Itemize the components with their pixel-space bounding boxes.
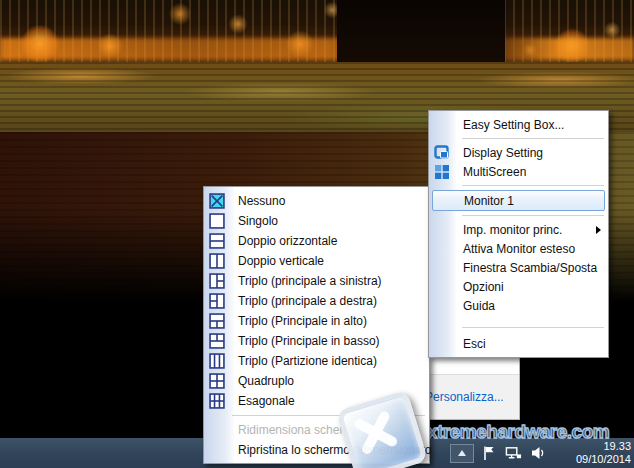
menu-item-label: Singolo [238, 214, 278, 228]
menu-item-label: MultiScreen [463, 165, 526, 179]
menu-item-label: Triplo (Principale in alto) [238, 314, 367, 328]
chevron-up-icon [458, 450, 466, 456]
layout-triple-main-right-icon [209, 293, 225, 309]
layout-none-icon [209, 193, 225, 209]
menu-item-attiva-monitor-esteso[interactable]: Attiva Monitor esteso [429, 239, 608, 258]
clock-date: 09/10/2014 [553, 453, 631, 466]
menu-item-triplo-principale-a-destra[interactable]: Triplo (principale a destra) [204, 291, 429, 311]
wallpaper-light-band [0, 38, 634, 60]
easy-setting-box-tray-menu: Easy Setting Box...Display SettingMultiS… [428, 110, 609, 358]
layout-triple-main-top-icon [209, 313, 225, 329]
layout-triple-main-left-icon [209, 273, 225, 289]
menu-item-label: Esagonale [238, 394, 295, 408]
show-hidden-icons-button[interactable] [450, 444, 474, 463]
menu-item-label: Esci [463, 337, 486, 351]
watermark-text: xtremehardware.com [427, 421, 609, 443]
menu-item-nessuno[interactable]: Nessuno [204, 191, 429, 211]
menu-separator [462, 138, 604, 139]
menu-item-easy-setting-box[interactable]: Easy Setting Box... [429, 115, 608, 134]
tray-overflow-footer: Personalizza... [422, 374, 519, 419]
submenu-arrow-icon [596, 226, 601, 234]
menu-item-finestra-scambia-sposta[interactable]: Finestra Scambia/Sposta [429, 258, 608, 277]
menu-item-singolo[interactable]: Singolo [204, 211, 429, 231]
menu-item-label: Triplo (Principale in basso) [238, 334, 380, 348]
menu-item-label: Monitor 1 [464, 194, 514, 208]
menu-item-label: Guida [463, 299, 495, 313]
network-icon[interactable] [505, 445, 522, 462]
display-setting-icon [434, 145, 450, 161]
desktop: Personalizza... NessunoSingoloDoppio ori… [0, 0, 634, 468]
layout-double-horizontal-icon [209, 233, 225, 249]
menu-item-display-setting[interactable]: Display Setting [429, 143, 608, 162]
menu-item-label: Easy Setting Box... [463, 118, 564, 132]
menu-item-esci[interactable]: Esci [429, 334, 608, 353]
menu-item-label: Triplo (Partizione identica) [238, 354, 377, 368]
menu-item-label: Nessuno [238, 194, 285, 208]
menu-item-label: Doppio orizzontale [238, 234, 337, 248]
menu-item-doppio-orizzontale[interactable]: Doppio orizzontale [204, 231, 429, 251]
menu-item-label: Display Setting [463, 146, 543, 160]
menu-item-label: Doppio verticale [238, 254, 324, 268]
layout-quad-icon [209, 373, 225, 389]
layout-triple-main-bottom-icon [209, 333, 225, 349]
layout-double-vertical-icon [209, 253, 225, 269]
menu-item-triplo-partizione-identica[interactable]: Triplo (Partizione identica) [204, 351, 429, 371]
layout-single-icon [209, 213, 225, 229]
menu-item-multiscreen[interactable]: MultiScreen [429, 162, 608, 181]
menu-item-imp-monitor-princ[interactable]: Imp. monitor princ. [429, 220, 608, 239]
menu-item-label: Imp. monitor princ. [463, 223, 562, 237]
menu-item-label: Attiva Monitor esteso [463, 242, 575, 256]
menu-separator [462, 215, 604, 216]
menu-item-label: Triplo (principale a sinistra) [238, 274, 382, 288]
menu-separator [462, 185, 604, 186]
menu-item-triplo-principale-in-basso[interactable]: Triplo (Principale in basso) [204, 331, 429, 351]
menu-item-opzioni[interactable]: Opzioni [429, 277, 608, 296]
menu-item-quadruplo[interactable]: Quadruplo [204, 371, 429, 391]
taskbar-clock[interactable]: 19.33 09/10/2014 [553, 440, 631, 466]
volume-icon[interactable] [529, 445, 546, 462]
menu-item-label: Triplo (principale a destra) [238, 294, 377, 308]
layout-hex-icon [209, 393, 225, 409]
menu-item-label: Quadruplo [238, 374, 294, 388]
menu-separator [462, 327, 604, 328]
personalizza-link[interactable]: Personalizza... [422, 390, 504, 404]
multiscreen-icon [434, 164, 450, 180]
menu-item-monitor-1[interactable]: Monitor 1 [432, 190, 605, 211]
menu-item-triplo-principale-a-sinistra[interactable]: Triplo (principale a sinistra) [204, 271, 429, 291]
menu-item-guida[interactable]: Guida [429, 296, 608, 315]
layout-triple-equal-icon [209, 353, 225, 369]
menu-item-triplo-principale-in-alto[interactable]: Triplo (Principale in alto) [204, 311, 429, 331]
action-center-flag-icon[interactable] [481, 445, 498, 462]
tray-overflow-popup: Personalizza... [421, 352, 520, 420]
menu-item-doppio-verticale[interactable]: Doppio verticale [204, 251, 429, 271]
menu-item-label: Opzioni [463, 280, 504, 294]
wallpaper-bridge-pillar [337, 0, 505, 68]
menu-item-label: Finestra Scambia/Sposta [463, 261, 597, 275]
